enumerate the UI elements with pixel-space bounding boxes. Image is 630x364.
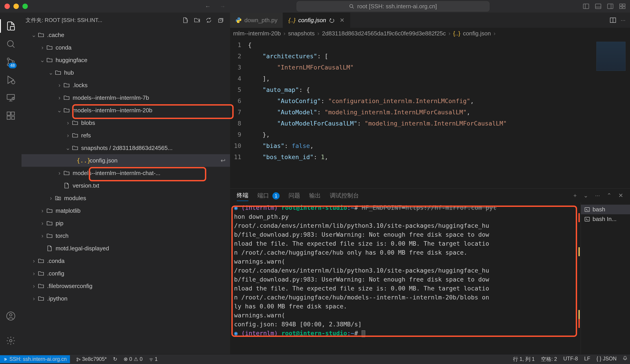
minimap[interactable] — [588, 40, 630, 188]
terminal-session[interactable]: bash In... — [584, 214, 626, 224]
tree-item[interactable]: motd.legal-displayed — [22, 242, 230, 254]
layout-sidebar-right-icon[interactable] — [607, 3, 614, 10]
tree-item[interactable]: ⌄models--internlm--internlm-20b — [22, 104, 230, 116]
activity-search[interactable] — [0, 35, 22, 53]
command-center[interactable]: root [SSH: ssh.intern-ai.org.cn] — [296, 1, 490, 12]
new-folder-icon[interactable] — [194, 17, 200, 23]
panel-tab-ports[interactable]: 端口 1 — [258, 190, 280, 201]
maximize-panel-icon[interactable]: ⌃ — [607, 192, 612, 199]
breadcrumb-item[interactable]: 2d83118d863d24565da1f9c6c0fe99d3e882f25c — [322, 30, 446, 37]
status-eol[interactable]: LF — [584, 356, 590, 363]
code-editor[interactable]: 1234567891011 { "architectures": [ "Inte… — [230, 40, 630, 188]
tree-item[interactable]: ›conda — [22, 41, 230, 54]
panel-tab-problems[interactable]: 问题 — [288, 190, 300, 201]
new-file-icon[interactable] — [182, 17, 188, 23]
tree-item[interactable]: ›.ipython — [22, 292, 230, 305]
breadcrumb-item[interactable]: snapshots — [288, 30, 315, 37]
status-cursor[interactable]: 行 1, 列 1 — [513, 356, 535, 363]
folder-icon — [46, 220, 53, 226]
tree-item[interactable]: ⌄huggingface — [22, 54, 230, 66]
status-branch[interactable]: 3e8c7905* — [76, 356, 107, 362]
new-terminal-icon[interactable]: + — [573, 192, 577, 199]
activity-source-control[interactable]: 48 — [0, 53, 22, 71]
code-content[interactable]: { "architectures": [ "InternLMForCausalL… — [248, 40, 588, 188]
customize-layout-icon[interactable] — [619, 3, 626, 10]
tree-item[interactable]: ›pip — [22, 217, 230, 230]
tree-item[interactable]: ›matplotlib — [22, 204, 230, 217]
status-language[interactable]: { } JSON — [596, 356, 617, 363]
tree-item[interactable]: version.txt — [22, 179, 230, 192]
breadcrumb-item[interactable]: config.json — [463, 30, 491, 37]
status-encoding[interactable]: UTF-8 — [563, 356, 578, 363]
chevron-down-icon[interactable]: ⌄ — [583, 192, 588, 199]
svg-point-28 — [77, 358, 78, 359]
svg-point-30 — [79, 359, 80, 360]
status-sync[interactable]: ↻ — [113, 356, 117, 362]
breadcrumb-item[interactable]: rnlm--internlm-20b — [233, 30, 281, 37]
panel-tab-debug[interactable]: 调试控制台 — [330, 190, 359, 201]
tab-config-json[interactable]: {..} config.json ⭮ ✕ — [283, 12, 350, 28]
layout-panel-icon[interactable] — [595, 3, 601, 10]
tree-item[interactable]: {..}config.json↩ — [22, 154, 230, 167]
tree-item[interactable]: ⌄hub — [22, 66, 230, 79]
nav-forward[interactable]: → — [220, 3, 226, 10]
tree-item[interactable]: ›blobs — [22, 116, 230, 129]
tree-item[interactable]: ›models--internlm--internlm-7b — [22, 92, 230, 104]
tree-item[interactable]: ›torch — [22, 230, 230, 242]
terminal[interactable]: ◉ (internlm) root@intern-studio:~# HF_EN… — [230, 202, 581, 354]
maximize-window[interactable] — [22, 4, 28, 9]
close-panel-icon[interactable]: ✕ — [618, 192, 623, 199]
activity-extensions[interactable] — [0, 107, 22, 124]
tab-dirty-icon: ⭮ — [329, 17, 335, 24]
status-notifications[interactable] — [623, 356, 627, 363]
tree-label: refs — [81, 132, 91, 139]
json-icon: {..} — [80, 157, 88, 164]
collapse-all-icon[interactable] — [218, 17, 223, 23]
tab-down-pth[interactable]: down_pth.py — [230, 12, 283, 28]
file-icon — [63, 183, 70, 188]
tree-label: .locks — [73, 82, 88, 89]
breadcrumbs[interactable]: rnlm--internlm-20b › snapshots › 2d83118… — [230, 28, 630, 40]
tree-item[interactable]: ⌄snapshots / 2d83118d863d24565... — [22, 142, 230, 154]
tree-item[interactable]: ›.config — [22, 267, 230, 280]
layout-sidebar-left-icon[interactable] — [583, 3, 589, 10]
status-problems[interactable]: ⊗ 0 ⚠ 0 — [124, 356, 142, 362]
more-actions-icon[interactable]: ··· — [620, 17, 626, 24]
tree-label: snapshots / 2d83118d863d24565... — [81, 144, 173, 152]
close-window[interactable] — [4, 4, 10, 9]
tree-item[interactable]: ›.conda — [22, 254, 230, 267]
tree-item[interactable]: ›.filebrowserconfig — [22, 280, 230, 292]
refresh-icon[interactable] — [206, 17, 212, 23]
minimize-window[interactable] — [14, 4, 19, 9]
panel-tab-output[interactable]: 输出 — [309, 190, 321, 201]
more-icon[interactable]: ··· — [595, 192, 600, 199]
tree-item[interactable]: ›refs — [22, 129, 230, 142]
tree-item[interactable]: ›.locks — [22, 79, 230, 92]
file-tree[interactable]: ⌄.cache›conda⌄huggingface⌄hub›.locks›mod… — [22, 28, 230, 354]
status-indent[interactable]: 空格: 2 — [541, 356, 557, 363]
svg-rect-2 — [596, 4, 601, 9]
chevron-icon: › — [30, 270, 37, 277]
activity-bar: 48 — [0, 12, 22, 354]
activity-accounts[interactable] — [6, 307, 16, 325]
chevron-icon: › — [30, 295, 37, 302]
tree-item[interactable]: ⌄.cache — [22, 29, 230, 41]
split-editor-icon[interactable] — [610, 17, 616, 23]
activity-settings[interactable] — [6, 332, 16, 350]
close-tab-icon[interactable]: ✕ — [340, 17, 344, 24]
activity-explorer[interactable] — [0, 17, 22, 35]
status-ports[interactable]: 1 — [149, 356, 158, 362]
terminal-marker — [578, 213, 580, 222]
panel-tab-terminal[interactable]: 终端 — [237, 190, 248, 201]
terminal-session[interactable]: bash — [581, 205, 630, 214]
return-icon[interactable]: ↩ — [220, 157, 230, 164]
tree-item[interactable]: ›modules — [22, 192, 230, 204]
activity-remote[interactable] — [0, 89, 22, 107]
activity-run-debug[interactable] — [0, 71, 22, 89]
terminal-icon — [584, 216, 590, 222]
chevron-icon: ⌄ — [64, 144, 71, 152]
chevron-icon: › — [39, 220, 46, 227]
remote-indicator[interactable]: SSH: ssh.intern-ai.org.cn — [0, 355, 70, 363]
tree-item[interactable]: ›models--internlm--internlm-chat-... — [22, 167, 230, 179]
folder-icon — [46, 233, 53, 239]
